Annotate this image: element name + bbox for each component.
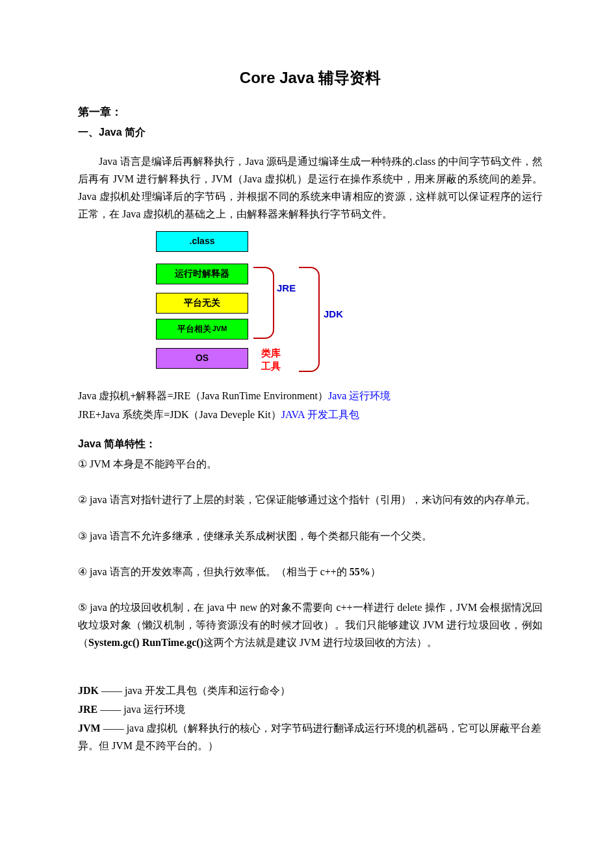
diagram-box-platform-independent: 平台无关 <box>156 293 248 314</box>
feature-5: ⑤ java 的垃圾回收机制，在 java 中 new 的对象不需要向 c++一… <box>78 599 543 652</box>
f5-b: System.gc() RunTime.gc() <box>88 637 203 648</box>
diagram-box-class: .class <box>156 231 248 252</box>
line-jdk-a: JRE+Java 系统类库=JDK（Java Deveple Kit） <box>78 409 281 420</box>
label-jre: JRE <box>277 280 296 297</box>
feature-1: ① JVM 本身是不能跨平台的。 <box>78 455 543 473</box>
chapter-heading: 第一章： <box>78 103 543 122</box>
features-title: Java 简单特性： <box>78 435 543 453</box>
diagram-box-os: OS <box>156 348 248 369</box>
diagram-jvm-text-a: 平台相关 <box>177 322 211 336</box>
diagram-jvm-text-b: JVM <box>212 323 227 335</box>
label-jdk: JDK <box>324 306 343 323</box>
line-jre: Java 虚拟机+解释器=JRE（Java RunTime Environmen… <box>78 387 543 404</box>
line-jdk-b: JAVA 开发工具包 <box>281 409 359 420</box>
feature-4: ④ java 语言的开发效率高，但执行效率低。（相当于 c++的 55%） <box>78 563 543 580</box>
f4-c: ） <box>370 566 381 577</box>
label-tool: 工具 <box>261 360 281 373</box>
bracket-jre <box>253 267 274 339</box>
line-jre-b: Java 运行环境 <box>328 390 390 401</box>
def-jre-b: —— java 运行环境 <box>97 704 185 715</box>
f5-c: 这两个方法就是建议 JVM 进行垃圾回收的方法）。 <box>203 637 437 648</box>
diagram-box-interpreter: 运行时解释器 <box>156 264 248 284</box>
diagram-box-jvm: 平台相关 JVM <box>156 319 248 340</box>
intro-paragraph: Java 语言是编译后再解释执行，Java 源码是通过编译生成一种特殊的.cla… <box>78 153 543 223</box>
def-jvm-a: JVM <box>78 723 101 734</box>
document-title: Core Java 辅导资料 <box>78 65 543 92</box>
feature-2: ② java 语言对指针进行了上层的封装，它保证能够通过这个指针（引用），来访问… <box>78 491 543 508</box>
label-lib: 类库 <box>261 347 281 360</box>
line-jdk: JRE+Java 系统类库=JDK（Java Deveple Kit）JAVA … <box>78 406 543 423</box>
def-jdk-b: —— java 开发工具包（类库和运行命令） <box>99 685 290 696</box>
def-jre-a: JRE <box>78 704 97 715</box>
def-jdk-a: JDK <box>78 685 99 696</box>
f4-b: 55% <box>350 566 370 577</box>
bracket-jdk <box>299 267 320 372</box>
line-jre-a: Java 虚拟机+解释器=JRE（Java RunTime Environmen… <box>78 390 328 401</box>
def-jvm-b: —— java 虚拟机（解释执行的核心，对字节码进行翻译成运行环境的机器码，它可… <box>78 723 541 751</box>
def-jdk: JDK —— java 开发工具包（类库和运行命令） <box>78 682 543 699</box>
def-jvm: JVM —— java 虚拟机（解释执行的核心，对字节码进行翻译成运行环境的机器… <box>78 719 543 754</box>
def-jre: JRE —— java 运行环境 <box>78 701 543 718</box>
f4-a: ④ java 语言的开发效率高，但执行效率低。（相当于 c++的 <box>78 566 350 577</box>
feature-3: ③ java 语言不允许多继承，使继承关系成树状图，每个类都只能有一个父类。 <box>78 527 543 545</box>
jvm-diagram: .class 运行时解释器 平台无关 平台相关 JVM OS JRE JDK 类… <box>156 231 543 380</box>
section-heading: 一、Java 简介 <box>78 123 543 141</box>
